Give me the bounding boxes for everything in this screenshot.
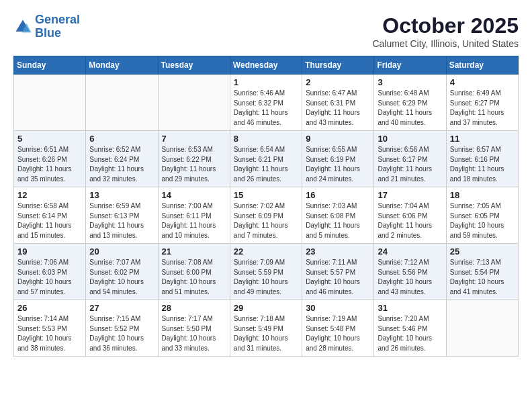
day-number: 23	[306, 246, 370, 257]
weekday-header: Monday	[86, 56, 158, 75]
day-number: 8	[234, 134, 298, 144]
weekday-header: Thursday	[302, 56, 374, 75]
calendar-cell: 25Sunrise: 7:13 AM Sunset: 5:54 PM Dayli…	[446, 244, 518, 300]
calendar-cell	[158, 75, 230, 131]
day-number: 4	[450, 77, 515, 87]
calendar-cell: 21Sunrise: 7:08 AM Sunset: 6:00 PM Dayli…	[158, 244, 230, 300]
day-info: Sunrise: 6:49 AM Sunset: 6:27 PM Dayligh…	[450, 89, 515, 128]
day-number: 26	[17, 303, 82, 313]
day-info: Sunrise: 6:53 AM Sunset: 6:22 PM Dayligh…	[162, 145, 226, 184]
day-info: Sunrise: 7:19 AM Sunset: 5:48 PM Dayligh…	[306, 314, 370, 353]
calendar-cell: 26Sunrise: 7:14 AM Sunset: 5:53 PM Dayli…	[14, 300, 86, 357]
calendar-cell: 16Sunrise: 7:03 AM Sunset: 6:08 PM Dayli…	[302, 187, 374, 244]
weekday-header: Saturday	[446, 56, 518, 75]
day-info: Sunrise: 6:56 AM Sunset: 6:17 PM Dayligh…	[378, 145, 442, 184]
day-number: 9	[306, 134, 370, 144]
day-info: Sunrise: 7:12 AM Sunset: 5:56 PM Dayligh…	[378, 258, 442, 297]
calendar-header-row: SundayMondayTuesdayWednesdayThursdayFrid…	[14, 56, 519, 75]
month-title: October 2025	[372, 13, 519, 38]
day-info: Sunrise: 6:54 AM Sunset: 6:21 PM Dayligh…	[234, 145, 298, 184]
day-number: 6	[89, 134, 154, 144]
day-number: 29	[234, 303, 298, 313]
day-number: 1	[234, 77, 298, 87]
calendar-week-row: 5Sunrise: 6:51 AM Sunset: 6:26 PM Daylig…	[14, 131, 519, 187]
calendar-week-row: 19Sunrise: 7:06 AM Sunset: 6:03 PM Dayli…	[14, 244, 519, 300]
calendar-week-row: 12Sunrise: 6:58 AM Sunset: 6:14 PM Dayli…	[14, 187, 519, 244]
title-area: October 2025 Calumet City, Illinois, Uni…	[372, 13, 519, 49]
weekday-header: Friday	[374, 56, 446, 75]
day-number: 16	[306, 190, 370, 200]
calendar-cell	[14, 75, 86, 131]
day-number: 2	[306, 77, 370, 87]
day-number: 12	[17, 190, 82, 200]
day-info: Sunrise: 6:51 AM Sunset: 6:26 PM Dayligh…	[17, 145, 82, 184]
day-number: 13	[89, 190, 154, 200]
calendar-cell: 27Sunrise: 7:15 AM Sunset: 5:52 PM Dayli…	[86, 300, 158, 357]
calendar-cell: 10Sunrise: 6:56 AM Sunset: 6:17 PM Dayli…	[374, 131, 446, 187]
calendar-cell: 11Sunrise: 6:57 AM Sunset: 6:16 PM Dayli…	[446, 131, 518, 187]
day-info: Sunrise: 7:14 AM Sunset: 5:53 PM Dayligh…	[17, 314, 82, 353]
day-info: Sunrise: 7:11 AM Sunset: 5:57 PM Dayligh…	[306, 258, 370, 297]
calendar-cell: 9Sunrise: 6:55 AM Sunset: 6:19 PM Daylig…	[302, 131, 374, 187]
calendar-cell: 28Sunrise: 7:17 AM Sunset: 5:50 PM Dayli…	[158, 300, 230, 357]
day-number: 10	[378, 134, 442, 144]
day-info: Sunrise: 7:15 AM Sunset: 5:52 PM Dayligh…	[89, 314, 154, 353]
logo: General Blue	[13, 13, 80, 40]
day-number: 27	[89, 303, 154, 313]
calendar-cell: 17Sunrise: 7:04 AM Sunset: 6:06 PM Dayli…	[374, 187, 446, 244]
calendar-cell	[86, 75, 158, 131]
day-number: 14	[162, 190, 226, 200]
day-info: Sunrise: 6:52 AM Sunset: 6:24 PM Dayligh…	[89, 145, 154, 184]
day-info: Sunrise: 6:47 AM Sunset: 6:31 PM Dayligh…	[306, 89, 370, 128]
day-number: 21	[162, 246, 226, 257]
calendar-cell: 4Sunrise: 6:49 AM Sunset: 6:27 PM Daylig…	[446, 75, 518, 131]
weekday-header: Sunday	[14, 56, 86, 75]
day-number: 18	[450, 190, 515, 200]
calendar-cell: 20Sunrise: 7:07 AM Sunset: 6:02 PM Dayli…	[86, 244, 158, 300]
day-info: Sunrise: 7:03 AM Sunset: 6:08 PM Dayligh…	[306, 201, 370, 240]
day-number: 15	[234, 190, 298, 200]
day-info: Sunrise: 7:20 AM Sunset: 5:46 PM Dayligh…	[378, 314, 442, 353]
day-info: Sunrise: 7:08 AM Sunset: 6:00 PM Dayligh…	[162, 258, 226, 297]
calendar-cell: 3Sunrise: 6:48 AM Sunset: 6:29 PM Daylig…	[374, 75, 446, 131]
day-info: Sunrise: 7:04 AM Sunset: 6:06 PM Dayligh…	[378, 201, 442, 240]
day-info: Sunrise: 6:48 AM Sunset: 6:29 PM Dayligh…	[378, 89, 442, 128]
day-info: Sunrise: 7:06 AM Sunset: 6:03 PM Dayligh…	[17, 258, 82, 297]
day-info: Sunrise: 7:05 AM Sunset: 6:05 PM Dayligh…	[450, 201, 515, 240]
day-info: Sunrise: 6:46 AM Sunset: 6:32 PM Dayligh…	[234, 89, 298, 128]
calendar-cell: 30Sunrise: 7:19 AM Sunset: 5:48 PM Dayli…	[302, 300, 374, 357]
calendar-cell: 7Sunrise: 6:53 AM Sunset: 6:22 PM Daylig…	[158, 131, 230, 187]
day-number: 17	[378, 190, 442, 200]
day-number: 3	[378, 77, 442, 87]
calendar-cell	[446, 300, 518, 357]
day-info: Sunrise: 7:00 AM Sunset: 6:11 PM Dayligh…	[162, 201, 226, 240]
calendar-week-row: 1Sunrise: 6:46 AM Sunset: 6:32 PM Daylig…	[14, 75, 519, 131]
day-info: Sunrise: 7:13 AM Sunset: 5:54 PM Dayligh…	[450, 258, 515, 297]
day-info: Sunrise: 7:18 AM Sunset: 5:49 PM Dayligh…	[234, 314, 298, 353]
calendar-week-row: 26Sunrise: 7:14 AM Sunset: 5:53 PM Dayli…	[14, 300, 519, 357]
calendar-cell: 8Sunrise: 6:54 AM Sunset: 6:21 PM Daylig…	[230, 131, 302, 187]
calendar-cell: 1Sunrise: 6:46 AM Sunset: 6:32 PM Daylig…	[230, 75, 302, 131]
day-number: 25	[450, 246, 515, 257]
location-subtitle: Calumet City, Illinois, United States	[372, 38, 519, 49]
day-number: 11	[450, 134, 515, 144]
calendar-cell: 5Sunrise: 6:51 AM Sunset: 6:26 PM Daylig…	[14, 131, 86, 187]
calendar-cell: 2Sunrise: 6:47 AM Sunset: 6:31 PM Daylig…	[302, 75, 374, 131]
calendar-cell: 13Sunrise: 6:59 AM Sunset: 6:13 PM Dayli…	[86, 187, 158, 244]
page-header: General Blue October 2025 Calumet City, …	[13, 13, 519, 49]
day-info: Sunrise: 7:09 AM Sunset: 5:59 PM Dayligh…	[234, 258, 298, 297]
calendar-cell: 22Sunrise: 7:09 AM Sunset: 5:59 PM Dayli…	[230, 244, 302, 300]
day-info: Sunrise: 6:59 AM Sunset: 6:13 PM Dayligh…	[89, 201, 154, 240]
day-number: 28	[162, 303, 226, 313]
day-number: 22	[234, 246, 298, 257]
day-number: 7	[162, 134, 226, 144]
day-info: Sunrise: 7:02 AM Sunset: 6:09 PM Dayligh…	[234, 201, 298, 240]
calendar-cell: 18Sunrise: 7:05 AM Sunset: 6:05 PM Dayli…	[446, 187, 518, 244]
day-info: Sunrise: 7:17 AM Sunset: 5:50 PM Dayligh…	[162, 314, 226, 353]
day-info: Sunrise: 7:07 AM Sunset: 6:02 PM Dayligh…	[89, 258, 154, 297]
calendar-cell: 23Sunrise: 7:11 AM Sunset: 5:57 PM Dayli…	[302, 244, 374, 300]
calendar-cell: 31Sunrise: 7:20 AM Sunset: 5:46 PM Dayli…	[374, 300, 446, 357]
day-info: Sunrise: 6:55 AM Sunset: 6:19 PM Dayligh…	[306, 145, 370, 184]
weekday-header: Wednesday	[230, 56, 302, 75]
calendar-cell: 15Sunrise: 7:02 AM Sunset: 6:09 PM Dayli…	[230, 187, 302, 244]
